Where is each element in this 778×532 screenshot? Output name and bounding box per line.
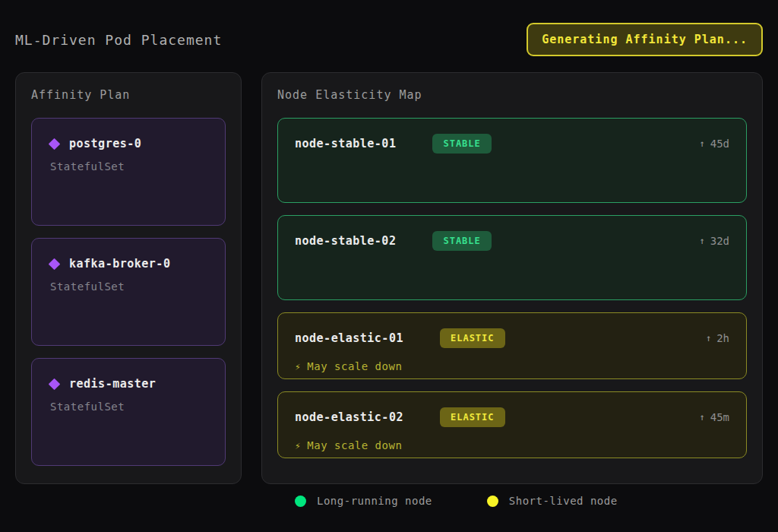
node-head: node-elastic-02 ELASTIC ↑ 45m (295, 407, 729, 427)
scale-down-note: ⚡ May scale down (295, 439, 729, 451)
affinity-plan-title: Affinity Plan (31, 88, 226, 102)
elastic-badge: ELASTIC (440, 407, 505, 427)
legend-item-short-lived: Short-lived node (487, 495, 618, 507)
node-elasticity-map-title: Node Elasticity Map (277, 88, 747, 102)
node-uptime: ↑ 45m (699, 411, 729, 423)
node-card-elastic-02[interactable]: node-elastic-02 ELASTIC ↑ 45m ⚡ May scal… (277, 391, 747, 458)
legend-label: Long-running node (317, 495, 432, 507)
generating-affinity-plan-button[interactable]: Generating Affinity Plan... (527, 23, 763, 56)
uptime-arrow-icon: ↑ (699, 138, 704, 149)
pod-name-row: postgres-0 (50, 137, 207, 150)
pod-kind-label: StatefulSet (50, 401, 207, 413)
legend-label: Short-lived node (509, 495, 618, 507)
uptime-arrow-icon: ↑ (699, 236, 704, 246)
green-dot-icon (295, 496, 306, 507)
page-title: ML-Driven Pod Placement (15, 32, 222, 48)
legend: Long-running node Short-lived node (295, 495, 778, 507)
scale-down-note-text: May scale down (307, 360, 402, 372)
node-name: node-stable-02 (295, 234, 396, 248)
elastic-badge: ELASTIC (440, 328, 505, 348)
uptime-value: 2h (716, 332, 729, 344)
uptime-arrow-icon: ↑ (699, 412, 704, 423)
pod-name: redis-master (69, 377, 156, 391)
node-card-elastic-01[interactable]: node-elastic-01 ELASTIC ↑ 2h ⚡ May scale… (277, 312, 747, 379)
main-content: Affinity Plan postgres-0 StatefulSet kaf… (0, 72, 778, 484)
node-name: node-elastic-01 (295, 331, 403, 345)
node-head: node-stable-02 STABLE ↑ 32d (295, 231, 729, 251)
node-uptime: ↑ 32d (699, 235, 729, 247)
pod-card-kafka-broker-0[interactable]: kafka-broker-0 StatefulSet (31, 238, 226, 346)
pod-card-postgres-0[interactable]: postgres-0 StatefulSet (31, 118, 226, 226)
pod-name: postgres-0 (69, 137, 141, 150)
pod-diamond-icon (49, 258, 61, 270)
pod-name-row: kafka-broker-0 (50, 257, 207, 271)
affinity-plan-panel: Affinity Plan postgres-0 StatefulSet kaf… (15, 72, 242, 484)
lightning-bolt-icon: ⚡ (295, 361, 301, 372)
node-name: node-elastic-02 (295, 410, 403, 424)
pod-card-redis-master[interactable]: redis-master StatefulSet (31, 358, 226, 466)
pod-name: kafka-broker-0 (69, 257, 170, 271)
yellow-dot-icon (487, 496, 498, 507)
pod-diamond-icon (49, 378, 61, 390)
uptime-value: 32d (710, 235, 729, 247)
uptime-arrow-icon: ↑ (706, 333, 711, 344)
scale-down-note: ⚡ May scale down (295, 360, 729, 372)
scale-down-note-text: May scale down (307, 439, 402, 451)
pod-diamond-icon (49, 138, 61, 150)
node-uptime: ↑ 2h (706, 332, 729, 344)
stable-badge: STABLE (432, 231, 491, 251)
lightning-bolt-icon: ⚡ (295, 440, 301, 451)
node-elasticity-map-panel: Node Elasticity Map node-stable-01 STABL… (261, 72, 763, 484)
pod-kind-label: StatefulSet (50, 280, 207, 293)
legend-item-long-running: Long-running node (295, 495, 432, 507)
node-uptime: ↑ 45d (699, 138, 729, 150)
pod-name-row: redis-master (50, 377, 207, 391)
uptime-value: 45m (710, 411, 729, 423)
uptime-value: 45d (710, 138, 729, 150)
stable-badge: STABLE (432, 134, 491, 154)
node-name: node-stable-01 (295, 137, 396, 150)
header: ML-Driven Pod Placement Generating Affin… (0, 0, 778, 56)
node-card-stable-02[interactable]: node-stable-02 STABLE ↑ 32d (277, 215, 747, 300)
node-card-stable-01[interactable]: node-stable-01 STABLE ↑ 45d (277, 118, 747, 203)
node-head: node-elastic-01 ELASTIC ↑ 2h (295, 328, 729, 348)
pod-kind-label: StatefulSet (50, 160, 207, 173)
node-head: node-stable-01 STABLE ↑ 45d (295, 134, 729, 154)
